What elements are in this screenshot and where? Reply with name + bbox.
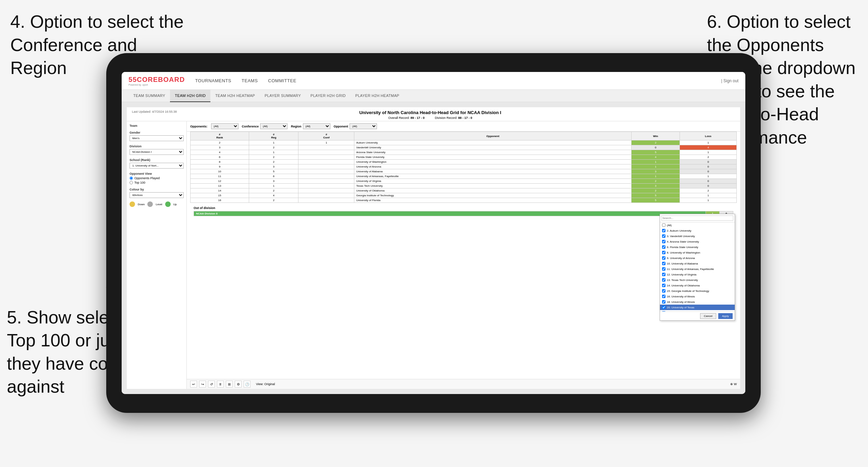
table-row: NCAA Division II 1 0 <box>194 211 733 216</box>
opponents-filter-select[interactable]: (All) <box>211 123 239 129</box>
nav-teams[interactable]: TEAMS <box>242 78 258 83</box>
col-opponent: Opponent <box>354 132 632 140</box>
dropdown-item[interactable]: 8. University of Washington <box>660 250 735 255</box>
legend-up-label: Up <box>173 203 177 206</box>
rank-cell: 12 <box>191 179 249 184</box>
nav-committee[interactable]: COMMITTEE <box>268 78 296 83</box>
out-division-table: NCAA Division II 1 0 <box>194 211 733 216</box>
win-cell: 1 <box>632 174 680 179</box>
logo: 55COREBOARD Powered by .sport <box>129 76 185 86</box>
clock-button[interactable]: 🕐 <box>244 381 250 388</box>
dropdown-item[interactable]: 12. University of Virginia <box>660 272 735 277</box>
toolbar: ↩ ↪ ↺ ⏸ ⊞ ⚙ 🕐 View: Original ⊕ W <box>187 379 740 389</box>
colour-by-label: Colour by <box>130 188 184 191</box>
tab-team-summary[interactable]: TEAM SUMMARY <box>129 90 170 102</box>
rank-cell: 11 <box>191 174 249 179</box>
view-label: ⊕ W <box>730 382 737 386</box>
tab-player-h2h-heatmap[interactable]: PLAYER H2H HEATMAP <box>351 90 404 102</box>
sidebar-school-section: School (Rank) 1. University of Nort... <box>130 158 184 169</box>
dropdown-item[interactable]: (All) <box>660 222 735 228</box>
sign-out[interactable]: | Sign out <box>721 78 738 83</box>
undo-button[interactable]: ↩ <box>190 381 197 388</box>
opponent-cell: Vanderbilt University <box>354 145 632 150</box>
tab-player-h2h-grid[interactable]: PLAYER H2H GRID <box>306 90 351 102</box>
dropdown-footer: Cancel Apply <box>660 311 735 320</box>
opponent-cell: Florida State University <box>354 155 632 160</box>
dropdown-item[interactable]: 14. University of Oklahoma <box>660 283 735 288</box>
dropdown-search-input[interactable] <box>661 216 733 221</box>
loss-cell: 1 <box>680 140 737 145</box>
opponent-filter-group: Opponent (All) <box>334 123 377 129</box>
dropdown-item[interactable]: 15. Georgia Institute of Technology <box>660 288 735 294</box>
cancel-button[interactable]: Cancel <box>700 313 716 319</box>
reg-cell: 3 <box>249 164 298 169</box>
rank-cell: 10 <box>191 169 249 174</box>
gender-select[interactable]: Men's <box>130 135 184 141</box>
conf-cell <box>298 150 354 155</box>
tab-team-h2h-heatmap[interactable]: TEAM H2H HEATMAP <box>210 90 260 102</box>
loss-cell: 0 <box>680 184 737 188</box>
dropdown-item[interactable]: 16. University of Illinois <box>660 294 735 299</box>
school-select[interactable]: 1. University of Nort... <box>130 163 184 169</box>
opponent-select[interactable]: (All) <box>350 123 377 129</box>
rank-cell: 16 <box>191 198 249 203</box>
region-select[interactable]: (All) <box>303 123 330 129</box>
win-cell: 4 <box>632 155 680 160</box>
dropdown-item[interactable]: 20. University of Texas <box>660 305 735 310</box>
region-filter-group: Region (All) <box>291 123 330 129</box>
tab-team-h2h-grid[interactable]: TEAM H2H GRID <box>170 90 210 102</box>
left-sidebar: Team Gender Men's Division NCAA Division <box>127 121 187 389</box>
pause-button[interactable]: ⏸ <box>217 381 224 388</box>
colour-by-select[interactable]: Win/loss <box>130 192 184 198</box>
opponents-played-option[interactable]: Opponents Played <box>130 176 184 180</box>
gender-label: Gender <box>130 131 184 134</box>
apply-button[interactable]: Apply <box>718 313 733 319</box>
refresh-button[interactable]: ↺ <box>208 381 215 388</box>
dropdown-item[interactable]: 13. Texas Tech University <box>660 277 735 283</box>
settings-button[interactable]: ⚙ <box>235 381 242 388</box>
conf-cell <box>298 145 354 150</box>
opponent-cell: Georgia Institute of Technology <box>354 193 632 198</box>
reg-cell: 1 <box>249 184 298 188</box>
rank-cell: 2 <box>191 140 249 145</box>
division-label: Division <box>130 145 184 148</box>
dropdown-item[interactable]: 4. Arizona State University <box>660 239 735 244</box>
tab-player-summary[interactable]: PLAYER SUMMARY <box>260 90 306 102</box>
win-cell: 2 <box>632 188 680 193</box>
opponent-cell: University of Arkansas, Fayetteville <box>354 174 632 179</box>
opponent-cell: University of Virginia <box>354 179 632 184</box>
rank-cell: 8 <box>191 160 249 164</box>
win-cell: 3 <box>632 184 680 188</box>
loss-cell: 0 <box>680 169 737 174</box>
conference-select[interactable]: (All) <box>260 123 288 129</box>
dropdown-item[interactable]: 2. Auburn University <box>660 228 735 233</box>
reg-cell: 2 <box>249 155 298 160</box>
dropdown-item[interactable]: 11. University of Arkansas, Fayetteville <box>660 266 735 272</box>
table-row: 11 6 University of Arkansas, Fayettevill… <box>191 174 737 179</box>
opponents-filter-label: Opponents: <box>190 125 208 128</box>
loss-cell: 0 <box>680 160 737 164</box>
table-row: 9 3 University of Arizona 1 0 <box>191 164 737 169</box>
dropdown-item[interactable]: 18. University of Illinois <box>660 299 735 305</box>
dropdown-item[interactable]: 10. University of Alabama <box>660 261 735 266</box>
win-cell: 3 <box>632 169 680 174</box>
redo-button[interactable]: ↪ <box>199 381 206 388</box>
dropdown-item[interactable]: 6. Florida State University <box>660 244 735 250</box>
col-reg: #Reg <box>249 132 298 140</box>
data-table: #Rank #Reg #Conf Opponent Win Loss <box>187 132 740 379</box>
table-row: 8 2 University of Washington 1 0 <box>191 160 737 164</box>
crop-button[interactable]: ⊞ <box>226 381 233 388</box>
dropdown-item[interactable]: 9. University of Arizona <box>660 255 735 261</box>
rank-cell: 9 <box>191 164 249 169</box>
col-rank: #Rank <box>191 132 249 140</box>
conf-cell <box>298 184 354 188</box>
table-row: 10 5 University of Alabama 3 0 <box>191 169 737 174</box>
conf-cell <box>298 179 354 184</box>
reg-cell: 4 <box>249 193 298 198</box>
dropdown-item[interactable]: 3. Vanderbilt University <box>660 233 735 239</box>
division-select[interactable]: NCAA Division I <box>130 149 184 155</box>
top-100-option[interactable]: Top 100 <box>130 181 184 184</box>
opponent-dropdown[interactable]: (All) 2. Auburn University 3. Vanderbilt… <box>660 214 735 321</box>
win-cell: 1 <box>632 164 680 169</box>
nav-tournaments[interactable]: TOURNAMENTS <box>195 78 231 83</box>
